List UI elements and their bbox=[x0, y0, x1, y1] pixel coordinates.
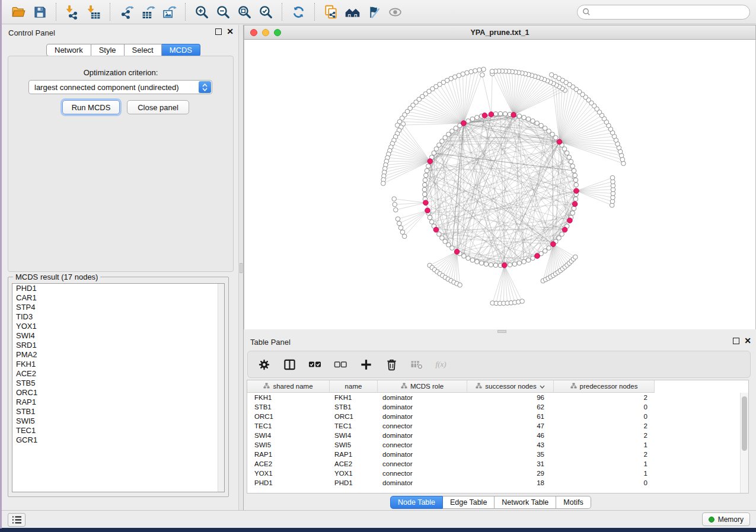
deselect-all-button[interactable] bbox=[333, 357, 348, 372]
table-row[interactable]: ORC1ORC1dominator610 bbox=[247, 412, 740, 421]
run-mcds-button[interactable]: Run MCDS bbox=[62, 100, 120, 114]
delete-table-button[interactable] bbox=[409, 357, 425, 372]
import-table-button[interactable] bbox=[83, 2, 104, 22]
network-node[interactable] bbox=[557, 236, 562, 241]
network-node[interactable] bbox=[526, 117, 531, 121]
table-row[interactable]: SWI5SWI5connector431 bbox=[247, 440, 740, 450]
zoom-selected-button[interactable] bbox=[255, 2, 276, 22]
network-node[interactable] bbox=[610, 175, 615, 180]
network-node[interactable] bbox=[512, 262, 517, 267]
network-node[interactable] bbox=[394, 208, 398, 213]
mcds-list-scrollbar[interactable] bbox=[218, 284, 224, 492]
float-panel-icon[interactable] bbox=[215, 28, 222, 35]
network-node[interactable] bbox=[574, 182, 579, 187]
mcds-result-item[interactable]: ACE2 bbox=[12, 369, 224, 379]
mcds-result-item[interactable]: ORC1 bbox=[12, 388, 224, 398]
network-node[interactable] bbox=[573, 197, 578, 201]
table-row[interactable]: STB1STB1dominator620 bbox=[247, 402, 740, 412]
network-node[interactable] bbox=[560, 232, 564, 236]
network-node[interactable] bbox=[562, 147, 567, 152]
mcds-node[interactable] bbox=[428, 159, 433, 164]
network-node[interactable] bbox=[567, 155, 572, 160]
network-node[interactable] bbox=[570, 211, 575, 216]
network-node[interactable] bbox=[543, 126, 547, 131]
network-node[interactable] bbox=[503, 112, 508, 117]
network-node[interactable] bbox=[393, 202, 397, 207]
network-node[interactable] bbox=[466, 256, 471, 261]
network-node[interactable] bbox=[539, 123, 544, 128]
refresh-button[interactable] bbox=[288, 2, 309, 22]
column-header-MCDS-role[interactable]: MCDS role bbox=[378, 380, 467, 393]
network-node[interactable] bbox=[423, 192, 428, 197]
network-node[interactable] bbox=[402, 234, 407, 239]
mcds-result-item[interactable]: FKH1 bbox=[12, 360, 224, 369]
network-node[interactable] bbox=[395, 217, 400, 222]
zoom-out-button[interactable] bbox=[212, 2, 234, 22]
mcds-node[interactable] bbox=[461, 121, 467, 126]
network-node[interactable] bbox=[466, 118, 471, 123]
mcds-node[interactable] bbox=[433, 227, 439, 233]
export-table-button[interactable] bbox=[137, 2, 158, 22]
network-node[interactable] bbox=[440, 139, 445, 144]
network-node[interactable] bbox=[570, 164, 575, 169]
memory-button[interactable]: Memory bbox=[702, 512, 750, 526]
network-node[interactable] bbox=[543, 249, 547, 254]
network-node[interactable] bbox=[423, 182, 428, 187]
mcds-result-item[interactable]: CAR1 bbox=[12, 293, 224, 303]
mcds-node[interactable] bbox=[574, 188, 579, 194]
network-node[interactable] bbox=[423, 178, 428, 182]
splitter-grip[interactable] bbox=[240, 263, 243, 273]
mcds-node[interactable] bbox=[502, 263, 507, 268]
float-panel-icon[interactable] bbox=[733, 338, 739, 344]
mcds-node[interactable] bbox=[454, 249, 460, 255]
network-node[interactable] bbox=[549, 73, 554, 78]
close-panel-icon[interactable]: ✕ bbox=[227, 28, 234, 35]
network-node[interactable] bbox=[564, 151, 569, 156]
mcds-result-item[interactable]: RAP1 bbox=[12, 398, 224, 407]
mcds-node[interactable] bbox=[551, 242, 556, 247]
network-node[interactable] bbox=[517, 261, 522, 265]
mcds-node[interactable] bbox=[423, 200, 429, 206]
network-node[interactable] bbox=[508, 262, 512, 267]
column-header-shared-name[interactable]: shared name bbox=[247, 380, 330, 393]
mcds-result-item[interactable]: STP4 bbox=[12, 303, 224, 312]
network-node[interactable] bbox=[475, 259, 480, 264]
network-node[interactable] bbox=[426, 164, 431, 169]
mcds-node[interactable] bbox=[572, 201, 578, 207]
mcds-result-item[interactable]: YOX1 bbox=[12, 322, 224, 331]
network-node[interactable] bbox=[470, 117, 475, 121]
table-row[interactable]: PHD1PHD1dominator180 bbox=[247, 478, 740, 488]
mcds-result-item[interactable]: SRD1 bbox=[12, 341, 224, 350]
zoom-in-button[interactable] bbox=[191, 2, 212, 22]
table-row[interactable]: YOX1YOX1connector291 bbox=[247, 469, 740, 478]
network-node[interactable] bbox=[437, 232, 442, 236]
mcds-node[interactable] bbox=[562, 227, 567, 233]
network-node[interactable] bbox=[531, 256, 535, 261]
network-node[interactable] bbox=[573, 173, 578, 178]
network-canvas[interactable] bbox=[244, 40, 756, 329]
network-node[interactable] bbox=[477, 68, 482, 72]
network-node[interactable] bbox=[429, 220, 434, 225]
save-button[interactable] bbox=[29, 2, 50, 22]
mcds-result-item[interactable]: TEC1 bbox=[12, 426, 224, 435]
network-node[interactable] bbox=[520, 299, 525, 304]
network-node[interactable] bbox=[526, 258, 531, 262]
network-node[interactable] bbox=[484, 262, 489, 267]
network-node[interactable] bbox=[432, 151, 436, 156]
network-node[interactable] bbox=[490, 69, 495, 74]
table-scrollbar-thumb[interactable] bbox=[742, 396, 747, 451]
network-node[interactable] bbox=[535, 121, 540, 126]
network-node[interactable] bbox=[493, 112, 498, 117]
network-node[interactable] bbox=[469, 69, 474, 74]
network-node[interactable] bbox=[480, 73, 485, 78]
function-builder-button[interactable]: f(x) bbox=[435, 357, 450, 372]
network-node[interactable] bbox=[425, 168, 429, 173]
first-neighbors-button[interactable] bbox=[342, 2, 363, 22]
network-node[interactable] bbox=[517, 114, 522, 118]
network-node[interactable] bbox=[547, 246, 551, 251]
tab-style[interactable]: Style bbox=[91, 44, 125, 56]
column-header-predecessor-nodes[interactable]: predecessor nodes bbox=[554, 380, 655, 393]
network-node[interactable] bbox=[489, 262, 493, 267]
network-node[interactable] bbox=[572, 168, 576, 173]
table-row[interactable]: ACE2ACE2connector311 bbox=[247, 459, 740, 469]
